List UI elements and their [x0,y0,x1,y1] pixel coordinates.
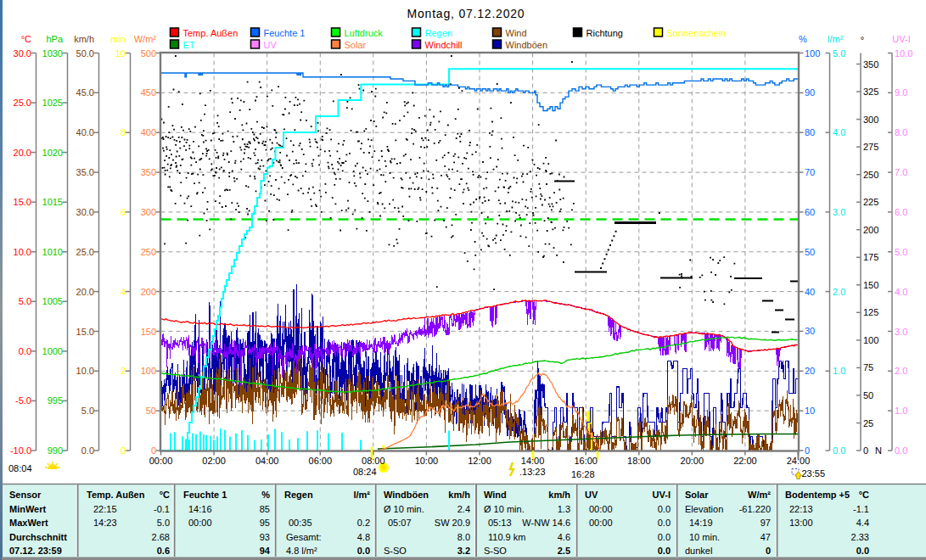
svg-text:5.0: 5.0 [157,518,170,528]
svg-text:10: 10 [805,406,815,416]
svg-text:Solar: Solar [345,40,367,50]
svg-text:4.0: 4.0 [895,287,907,297]
svg-text:07.12. 23:59: 07.12. 23:59 [9,546,62,556]
svg-text:200: 200 [141,287,156,297]
svg-text:70: 70 [805,167,815,177]
svg-text:UV-I: UV-I [892,34,910,44]
svg-text:0.0: 0.0 [81,445,94,456]
svg-text:hPa: hPa [46,34,63,44]
svg-text:6.0: 6.0 [895,207,907,217]
svg-text:125: 125 [863,307,878,317]
svg-text:0.0: 0.0 [895,445,907,456]
svg-text:5.0: 5.0 [895,247,907,257]
svg-text:Gesamt:: Gesamt: [286,532,322,542]
svg-text:85: 85 [260,504,270,514]
svg-text:SW 20.9: SW 20.9 [435,518,470,528]
svg-text:50.0: 50.0 [76,48,94,59]
svg-text:S-SO: S-SO [484,546,507,556]
svg-text:2.33: 2.33 [851,532,869,542]
svg-text:9.0: 9.0 [895,87,907,98]
svg-text:80: 80 [805,127,815,137]
svg-text:8.0: 8.0 [457,532,470,542]
svg-text:500: 500 [141,48,156,59]
svg-text:4.8: 4.8 [357,532,370,542]
svg-text:02:00: 02:00 [202,456,226,466]
svg-text:40.0: 40.0 [76,127,94,137]
svg-text:Windböen: Windböen [506,40,548,50]
svg-text:0.6: 0.6 [157,546,170,556]
svg-text:Solar: Solar [685,490,709,500]
svg-text:Wind: Wind [484,490,507,500]
svg-text:°C: °C [21,34,31,44]
svg-text:%: % [261,490,270,500]
svg-text:22:13: 22:13 [789,504,813,514]
svg-text:2.5: 2.5 [558,546,570,556]
svg-text:08:04: 08:04 [8,463,32,473]
svg-text:1015: 1015 [42,197,63,207]
svg-text:1030: 1030 [42,48,63,59]
svg-text:Ø 10 min.: Ø 10 min. [484,504,525,514]
svg-text:100: 100 [141,366,156,376]
svg-text:13:00: 13:00 [789,518,813,528]
svg-text:110.9 km: 110.9 km [488,532,525,542]
svg-text:°C: °C [859,490,869,500]
svg-text:50: 50 [146,406,156,416]
svg-text:1.0: 1.0 [833,366,845,376]
svg-text:Sensor: Sensor [9,490,42,500]
svg-text:Sonnenschein: Sonnenschein [667,28,727,38]
svg-text:Luftdruck: Luftdruck [345,28,384,38]
svg-text:Richtung: Richtung [586,28,623,38]
svg-text:00:00: 00:00 [589,518,613,528]
svg-text:24:00: 24:00 [787,456,811,466]
svg-text:250: 250 [141,247,156,257]
svg-text:40: 40 [805,287,815,297]
svg-text:10:00: 10:00 [415,456,439,466]
svg-text:30.0: 30.0 [14,48,31,59]
svg-text:95: 95 [260,518,270,528]
svg-text:00:00: 00:00 [188,518,212,528]
svg-text:3.0: 3.0 [895,327,907,337]
svg-text:1000: 1000 [42,346,63,356]
svg-text:30: 30 [805,326,815,336]
svg-text:2.0: 2.0 [833,287,845,297]
svg-text:%: % [799,34,807,44]
svg-text:10.0: 10.0 [76,366,94,376]
svg-text:0.0: 0.0 [357,546,370,556]
svg-text:0.0: 0.0 [658,546,671,556]
svg-text:km/h: km/h [74,34,94,44]
svg-text:45.0: 45.0 [76,87,94,98]
svg-text:km/h: km/h [448,490,470,500]
svg-text:0.0: 0.0 [658,518,671,528]
svg-text:UV: UV [585,490,598,500]
svg-text:Wind: Wind [506,28,527,38]
svg-text:0: 0 [805,445,810,456]
svg-text:1020: 1020 [42,148,63,158]
svg-text:km/h: km/h [548,490,570,500]
svg-text:22:15: 22:15 [93,504,117,514]
svg-text:7.0: 7.0 [895,167,907,177]
svg-text:MaxWert: MaxWert [9,518,48,528]
svg-text:75: 75 [863,362,873,372]
svg-text:10.0: 10.0 [895,48,912,59]
svg-text:N: N [875,445,882,456]
svg-text:Bodentemp +5: Bodentemp +5 [785,490,850,500]
svg-text:18:00: 18:00 [627,456,651,466]
svg-text:min: min [110,34,126,44]
svg-text:325: 325 [863,87,878,97]
svg-text:100: 100 [805,48,820,59]
svg-text:Feuchte 1: Feuchte 1 [264,28,306,38]
svg-text:W/m²: W/m² [748,490,771,500]
svg-text:-10.0: -10.0 [10,445,31,456]
svg-text:1.0: 1.0 [895,406,907,416]
svg-text:5.0: 5.0 [833,48,845,59]
svg-text:1.3: 1.3 [558,504,570,514]
svg-text:00:00: 00:00 [149,456,173,466]
svg-text:10: 10 [115,48,126,59]
svg-text:Temp. Außen: Temp. Außen [183,28,239,38]
svg-text:93: 93 [260,532,270,542]
svg-text:0.0: 0.0 [856,546,869,556]
svg-text:14:16: 14:16 [188,504,212,514]
svg-text:100: 100 [863,335,878,345]
svg-text:Regen: Regen [284,490,313,500]
svg-text:14:00: 14:00 [521,456,545,466]
